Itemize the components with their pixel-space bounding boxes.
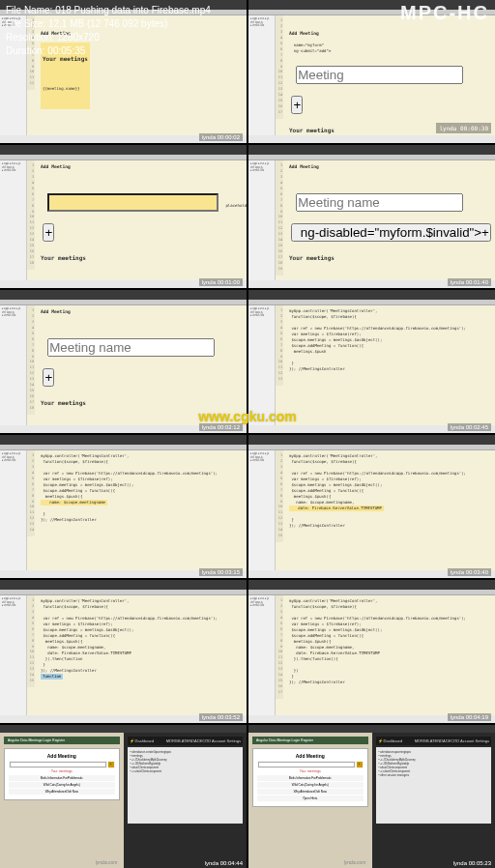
timestamp-label: lynda 00:03:40 xyxy=(448,568,491,576)
timestamp-label: lynda 00:00:02 xyxy=(199,133,243,141)
file-tree[interactable]: ▸app ▸css ▸js ctrl app.js ▸views idx xyxy=(248,595,276,715)
file-info: File Name: 018 Pushing data into Firebas… xyxy=(6,4,211,58)
timestamp-label: lynda 00:02:12 xyxy=(199,423,243,431)
code-content: myApp.controller('MeetingsController', f… xyxy=(279,453,491,529)
firebase-dashboard-pane: ⚡ DashboardMDRGB.ATENDACECOD Account Set… xyxy=(372,733,496,868)
thumbnail-grid: ▸app ▸css ▸js ctrl app.js ▸views idx1 2 … xyxy=(0,0,495,868)
thumbnail-5[interactable]: ▸app ▸css ▸js ctrl app.js ▸views idx1 2 … xyxy=(0,290,247,433)
dashboard-header: ⚡ DashboardMDRGB.ATENDACECOD Account Set… xyxy=(128,737,244,745)
meeting-item: Birds Information ForProblematic xyxy=(9,775,115,781)
add-meeting-form[interactable]: + xyxy=(9,761,115,768)
meeting-item: Wild Cats(Caring for Angels) xyxy=(257,782,364,788)
line-gutter: 1 2 3 4 5 6 7 8 9 10 11 12 13 14 15 16 1… xyxy=(27,305,35,415)
editor-titlebar xyxy=(248,145,495,155)
thumbnail-10[interactable]: ▸app ▸css ▸js ctrl app.js ▸views idx1 2 … xyxy=(248,580,495,723)
app-navbar[interactable]: Angular Data Meetings Login Register xyxy=(4,737,120,744)
editor-titlebar xyxy=(248,580,495,590)
video-info-header: File Name: 018 Pushing data into Firebas… xyxy=(0,0,495,58)
code-editor[interactable]: 1 2 3 4 5 6 7 8 9 10 11 12 13 14 15 16 1… xyxy=(276,595,495,715)
thumbnail-12[interactable]: Angular Data Meetings Login RegisterAdd … xyxy=(248,725,495,868)
timestamp-label: lynda 00:03:52 xyxy=(199,713,243,721)
code-editor[interactable]: 1 2 3 4 5 6 7 8 9 10 11 12 13 14 15 16 1… xyxy=(276,160,495,280)
line-gutter: 1 2 3 4 5 6 7 8 9 10 11 12 13 14 xyxy=(27,450,35,536)
code-content: Add Meeting + Your meetings xyxy=(31,308,243,424)
file-tree[interactable]: ▸app ▸css ▸js ctrl app.js ▸views idx xyxy=(0,160,27,280)
file-tree[interactable]: ▸app ▸css ▸js ctrl app.js ▸views idx xyxy=(248,305,276,425)
code-editor[interactable]: 1 2 3 4 5 6 7 8 9 10 11 12 13 myApp.cont… xyxy=(276,305,495,425)
code-content: myApp.controller('MeetingsController', f… xyxy=(279,308,491,372)
file-tree[interactable]: ▸app ▸css ▸js ctrl app.js ▸views idx xyxy=(0,305,27,425)
browser-titlebar xyxy=(0,725,247,733)
line-gutter: 1 2 3 4 5 6 7 8 9 10 11 12 13 14 15 xyxy=(276,450,283,542)
thumbnail-9[interactable]: ▸app ▸css ▸js ctrl app.js ▸views idx1 2 … xyxy=(0,580,247,723)
lynda-logo: lynda.com xyxy=(96,859,118,865)
line-gutter: 1 2 3 4 5 6 7 8 9 10 11 12 13 14 15 xyxy=(27,595,35,687)
dashboard-data-row: • other session managers xyxy=(379,773,489,777)
file-tree[interactable]: ▸app ▸css ▸js ctrl app.js ▸views idx xyxy=(248,450,276,570)
dashboard-data-row: • -c attainClientcomponent xyxy=(131,769,241,773)
code-editor[interactable]: 1 2 3 4 5 6 7 8 9 10 11 12 13 14 15 myAp… xyxy=(27,595,247,715)
code-editor[interactable]: 1 2 3 4 5 6 7 8 9 10 11 12 13 14 15 16 1… xyxy=(27,160,247,280)
editor-titlebar xyxy=(0,145,247,155)
code-editor[interactable]: 1 2 3 4 5 6 7 8 9 10 11 12 13 14 15 myAp… xyxy=(276,450,495,570)
dashboard-header: ⚡ DashboardMDRGB.ATENDACECOD Account Set… xyxy=(376,737,492,745)
code-content: myApp.controller('MeetingsController', f… xyxy=(31,453,243,523)
line-gutter: 1 2 3 4 5 6 7 8 9 10 11 12 13 14 15 16 1… xyxy=(276,595,283,699)
line-gutter: 1 2 3 4 5 6 7 8 9 10 11 12 13 14 15 16 1… xyxy=(276,160,283,275)
editor-titlebar xyxy=(248,290,495,300)
add-meeting-form[interactable]: + xyxy=(257,761,364,768)
app-preview-pane: Angular Data Meetings Login RegisterAdd … xyxy=(0,733,124,868)
meeting-item: Birds Information ForProblematic xyxy=(257,775,364,781)
meeting-item: Wild Cats(Caring for Angels) xyxy=(9,782,115,788)
thumbnail-3[interactable]: ▸app ▸css ▸js ctrl app.js ▸views idx1 2 … xyxy=(0,145,247,288)
file-tree[interactable]: ▸app ▸css ▸js ctrl app.js ▸views idx xyxy=(0,450,27,570)
timestamp-label: lynda 00:04:19 xyxy=(448,713,491,721)
editor-titlebar xyxy=(0,580,247,590)
line-gutter: 1 2 3 4 5 6 7 8 9 10 11 12 13 xyxy=(276,305,283,386)
card-title: Add Meeting xyxy=(9,753,115,759)
dashboard-data[interactable]: • attendanceupcomingtopic• meetings• -c … xyxy=(376,747,492,824)
thumbnail-4[interactable]: ▸app ▸css ▸js ctrl app.js ▸views idx1 2 … xyxy=(248,145,495,288)
thumbnail-7[interactable]: ▸app ▸css ▸js ctrl app.js ▸views idx1 2 … xyxy=(0,435,247,578)
file-tree[interactable]: ▸app ▸css ▸js ctrl app.js ▸views idx xyxy=(248,160,276,280)
thumbnail-6[interactable]: ▸app ▸css ▸js ctrl app.js ▸views idx1 2 … xyxy=(248,290,495,433)
firebase-dashboard-pane: ⚡ DashboardMDRGB.ATENDACECOD Account Set… xyxy=(124,733,248,868)
code-editor[interactable]: 1 2 3 4 5 6 7 8 9 10 11 12 13 14 15 16 1… xyxy=(27,305,247,425)
timestamp-label: lynda 00:00:30 xyxy=(436,123,491,133)
code-content: myApp.controller('MeetingsController', f… xyxy=(279,598,491,685)
editor-titlebar xyxy=(248,435,495,445)
thumbnail-11[interactable]: Angular Data Meetings Login RegisterAdd … xyxy=(0,725,247,868)
line-gutter: 1 2 3 4 5 6 7 8 9 10 11 12 13 14 15 16 1… xyxy=(27,160,35,270)
lynda-logo: lynda.com xyxy=(344,859,366,865)
card-subtitle: Your meetings xyxy=(257,769,364,773)
timestamp-label: lynda 00:01:40 xyxy=(448,278,491,286)
code-content: myApp.controller('MeetingsController', f… xyxy=(31,598,243,680)
meeting-card: Add Meeting+Your meetingsBirds Informati… xyxy=(4,748,120,800)
editor-titlebar xyxy=(0,290,247,300)
browser-titlebar xyxy=(248,725,495,733)
dashboard-data[interactable]: • attendance.createUpcomingtopic• meetin… xyxy=(128,747,244,824)
timestamp-label: lynda 00:03:15 xyxy=(199,568,243,576)
meeting-card: Add Meeting+Your meetingsBirds Informati… xyxy=(252,748,368,807)
meeting-item: Why AttendanceDoIt Now xyxy=(9,789,115,795)
card-subtitle: Your meetings xyxy=(9,769,115,773)
meeting-item: Open Hints xyxy=(257,796,364,801)
timestamp-label: lynda 00:04:44 xyxy=(205,860,243,866)
code-content: Add Meeting placeholder="Meeting name"> … xyxy=(31,163,243,280)
app-preview-pane: Angular Data Meetings Login RegisterAdd … xyxy=(248,733,372,868)
file-tree[interactable]: ▸app ▸css ▸js ctrl app.js ▸views idx xyxy=(0,595,27,715)
player-logo: MPC-HC xyxy=(400,2,489,24)
code-content: Add Meeting ng-disabled="myform.$invalid… xyxy=(279,163,491,280)
meeting-item: Why AttendanceDoIt Now xyxy=(257,789,364,795)
timestamp-label: lynda 00:02:45 xyxy=(448,423,491,431)
timestamp-label: lynda 00:05:23 xyxy=(453,860,491,866)
app-navbar[interactable]: Angular Data Meetings Login Register xyxy=(252,737,368,744)
card-title: Add Meeting xyxy=(257,753,364,759)
editor-titlebar xyxy=(0,435,247,445)
code-editor[interactable]: 1 2 3 4 5 6 7 8 9 10 11 12 13 14 myApp.c… xyxy=(27,450,247,570)
thumbnail-8[interactable]: ▸app ▸css ▸js ctrl app.js ▸views idx1 2 … xyxy=(248,435,495,578)
timestamp-label: lynda 00:01:00 xyxy=(199,278,243,286)
